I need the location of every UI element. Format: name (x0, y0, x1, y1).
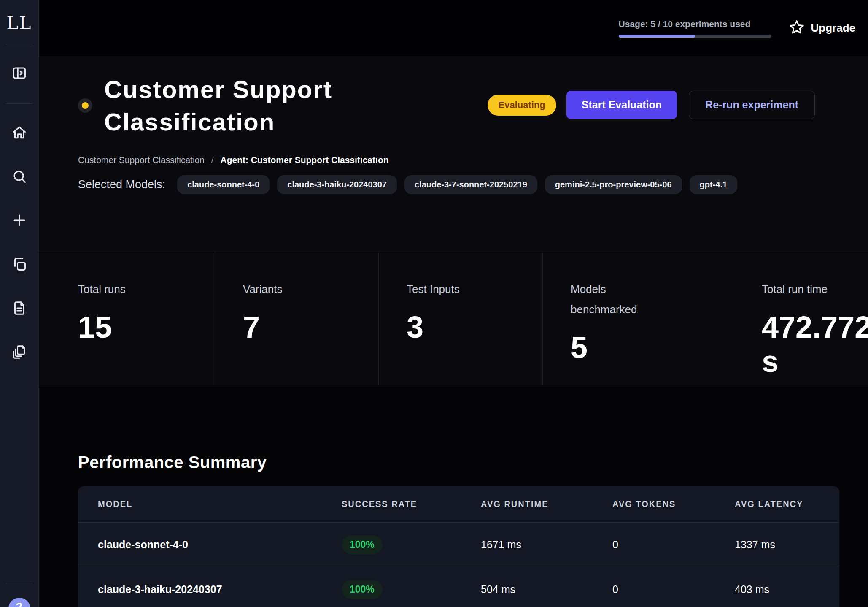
stat-value: 15 (78, 310, 205, 344)
avg-latency-cell: 403 ms (735, 583, 839, 596)
stat-value: 5 (571, 331, 697, 365)
sidebar-item-home[interactable] (8, 122, 31, 145)
stat-total-run-time: Total run time 472.772 s (734, 252, 868, 385)
divider (6, 584, 33, 584)
column-header-avg-tokens: AVG TOKENS (612, 499, 735, 509)
avg-latency-cell: 1337 ms (735, 539, 839, 551)
page-title: Customer Support Classification (104, 73, 391, 138)
column-header-success-rate: SUCCESS RATE (342, 499, 481, 509)
breadcrumb-current: Agent: Customer Support Classification (221, 155, 389, 165)
stats-row: Total runs 15 Variants 7 Test Inputs 3 M… (39, 252, 868, 385)
panel-toggle-icon (12, 65, 27, 82)
experiment-header: Customer Support Classification Evaluati… (39, 56, 868, 252)
home-icon (12, 125, 27, 142)
rerun-experiment-button[interactable]: Re-run experiment (689, 91, 815, 119)
stat-models-benchmarked: Models benchmarked 5 (542, 252, 734, 385)
model-chip: claude-sonnet-4-0 (177, 175, 270, 194)
usage-meter: Usage: 5 / 10 experiments used (619, 19, 771, 38)
usage-progress-fill (619, 35, 695, 38)
status-dot-ring (78, 98, 92, 113)
plus-icon (12, 213, 27, 230)
start-evaluation-button[interactable]: Start Evaluation (566, 91, 677, 119)
app-logo: LL (7, 9, 32, 36)
file-text-icon (12, 301, 27, 317)
model-chip: claude-3-haiku-20240307 (277, 175, 397, 194)
avg-runtime-cell: 1671 ms (481, 539, 612, 551)
avatar-glyph: ? (16, 600, 23, 607)
stacked-files-icon (12, 344, 27, 361)
success-rate-cell: 100% (342, 535, 481, 554)
stat-value: 472.772 s (762, 310, 868, 378)
stat-value: 3 (407, 310, 533, 344)
model-chip: gemini-2.5-pro-preview-05-06 (545, 175, 682, 194)
stat-label: Models benchmarked (571, 279, 653, 320)
stat-label: Variants (243, 279, 325, 299)
sidebar-item-search[interactable] (8, 165, 31, 189)
star-icon (788, 19, 811, 38)
table-header-row: MODEL SUCCESS RATE AVG RUNTIME AVG TOKEN… (78, 486, 839, 523)
success-rate-badge: 100% (342, 580, 383, 599)
performance-summary-title: Performance Summary (78, 453, 868, 472)
usage-text: Usage: 5 / 10 experiments used (619, 19, 771, 29)
stat-test-inputs: Test Inputs 3 (378, 252, 542, 385)
usage-progress-track (619, 35, 771, 38)
column-header-avg-latency: AVG LATENCY (735, 499, 839, 509)
upgrade-label: Upgrade (811, 22, 855, 35)
sidebar-item-collections[interactable] (8, 341, 31, 365)
table-row[interactable]: claude-sonnet-4-0 100% 1671 ms 0 1337 ms (78, 523, 839, 567)
avg-runtime-cell: 504 ms (481, 583, 612, 596)
status-dot (82, 102, 89, 109)
sidebar-item-duplicate[interactable] (8, 253, 31, 277)
divider (6, 103, 33, 104)
stat-label: Test Inputs (407, 279, 489, 299)
upgrade-button[interactable]: Upgrade (788, 19, 855, 38)
copy-icon (12, 257, 27, 274)
main-content: Usage: 5 / 10 experiments used Upgrade C… (39, 0, 868, 607)
success-rate-badge: 100% (342, 535, 383, 554)
column-header-avg-runtime: AVG RUNTIME (481, 499, 612, 509)
selected-models-row: Selected Models: claude-sonnet-4-0 claud… (78, 175, 795, 194)
stat-label: Total run time (762, 279, 844, 299)
model-chip: gpt-4.1 (690, 175, 738, 194)
column-header-model: MODEL (78, 499, 342, 509)
stat-total-runs: Total runs 15 (39, 252, 215, 385)
model-chip: claude-3-7-sonnet-20250219 (404, 175, 537, 194)
divider (6, 44, 33, 44)
model-name-cell: claude-sonnet-4-0 (78, 539, 342, 551)
breadcrumb-parent[interactable]: Customer Support Classification (78, 155, 205, 165)
model-name-cell: claude-3-haiku-20240307 (78, 583, 342, 596)
status-badge: Evaluating (488, 95, 556, 116)
sidebar-item-new[interactable] (8, 209, 31, 233)
sidebar: LL (0, 0, 39, 607)
stat-variants: Variants 7 (215, 252, 378, 385)
topbar: Usage: 5 / 10 experiments used Upgrade (39, 0, 868, 56)
table-row[interactable]: claude-3-haiku-20240307 100% 504 ms 0 40… (78, 567, 839, 607)
breadcrumb: Customer Support Classification / Agent:… (78, 155, 815, 165)
performance-summary-section: Performance Summary MODEL SUCCESS RATE A… (39, 385, 868, 607)
stat-label: Total runs (78, 279, 160, 299)
user-avatar[interactable]: ? (8, 598, 30, 607)
selected-models-label: Selected Models: (78, 178, 165, 191)
avg-tokens-cell: 0 (612, 583, 735, 596)
stat-value: 7 (243, 310, 369, 344)
success-rate-cell: 100% (342, 580, 481, 599)
performance-table: MODEL SUCCESS RATE AVG RUNTIME AVG TOKEN… (78, 486, 839, 607)
sidebar-toggle-button[interactable] (8, 62, 31, 86)
breadcrumb-separator: / (211, 155, 214, 165)
search-icon (12, 169, 27, 186)
avg-tokens-cell: 0 (612, 539, 735, 551)
sidebar-item-documents[interactable] (8, 297, 31, 321)
